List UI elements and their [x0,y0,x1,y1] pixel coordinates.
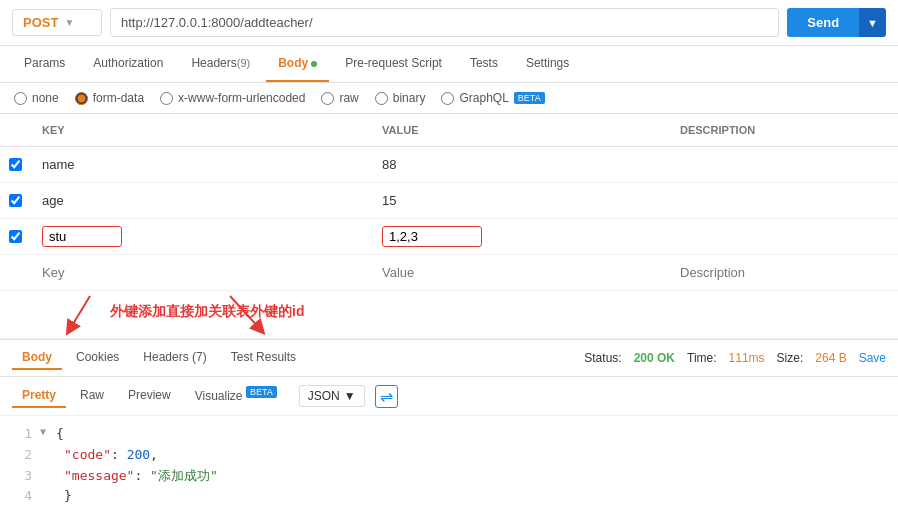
main-tabs: Params Authorization Headers(9) Body Pre… [0,46,898,83]
visualize-beta: BETA [246,386,277,398]
resp-tab-pretty[interactable]: Pretty [12,384,66,408]
radio-binary[interactable]: binary [375,91,426,105]
status-label: Status: [584,351,621,365]
row2-action [868,195,898,207]
row2-value: 15 [370,187,668,214]
send-button[interactable]: Send [787,8,859,37]
radio-graphql[interactable]: GraphQLBETA [441,91,544,105]
new-key-row [0,255,898,291]
response-toolbar: Pretty Raw Preview Visualize BETA JSON ▼… [0,377,898,416]
table-header: KEY VALUE DESCRIPTION [0,114,898,147]
collapse-1[interactable]: ▼ [40,424,46,445]
status-code: 200 OK [634,351,675,365]
row3-checkbox[interactable] [9,230,22,243]
resp-tab-visualize[interactable]: Visualize BETA [185,383,287,409]
col-check [0,120,30,140]
row1-checkbox[interactable] [9,158,22,171]
new-row-value [370,259,668,286]
method-select[interactable]: POST ▼ [12,9,102,36]
row3-action [868,231,898,243]
col-actions [868,120,898,140]
tab-tests[interactable]: Tests [458,46,510,82]
row2-desc [668,195,868,207]
line-content-2: "code": 200, [64,445,158,466]
method-chevron-icon: ▼ [64,17,74,28]
status-info: Status: 200 OK Time: 111ms Size: 264 B S… [584,351,886,365]
tab-authorization[interactable]: Authorization [81,46,175,82]
line-num-4: 4 [12,486,32,507]
tab-params[interactable]: Params [12,46,77,82]
body-dot [311,61,317,67]
tab-settings[interactable]: Settings [514,46,581,82]
radio-none[interactable]: none [14,91,59,105]
row3-desc [668,231,868,243]
table-row: age 15 [0,183,898,219]
send-chevron-button[interactable]: ▼ [859,8,886,37]
line-content-4: } [64,486,72,507]
new-row-key [30,259,370,286]
new-row-action [868,267,898,279]
tab-body[interactable]: Body [266,46,329,82]
response-viewer: Pretty Raw Preview Visualize BETA JSON ▼… [0,377,898,508]
code-line-3: 3 "message": "添加成功" [12,466,886,487]
time-value: 111ms [729,351,765,365]
bottom-tab-cookies[interactable]: Cookies [66,346,129,370]
radio-raw[interactable]: raw [321,91,358,105]
line-num-1: 1 [12,424,32,445]
row1-check-cell [0,152,30,177]
col-key: KEY [30,120,370,140]
save-link[interactable]: Save [859,351,886,365]
row1-action [868,159,898,171]
new-row-desc [668,259,868,286]
col-value: VALUE [370,120,668,140]
table-row [0,219,898,255]
row3-value-input[interactable] [382,226,482,247]
row1-value: 88 [370,151,668,178]
params-table: KEY VALUE DESCRIPTION name 88 age 15 [0,114,898,339]
row1-key: name [30,151,370,178]
send-button-group: Send ▼ [787,8,886,37]
row2-checkbox[interactable] [9,194,22,207]
body-type-row: none form-data x-www-form-urlencoded raw… [0,83,898,114]
new-key-input[interactable] [42,265,358,280]
response-code: 1 ▼ { 2 "code": 200, 3 "message": "添加成功"… [0,416,898,508]
annotation-area: 外键添加直接加关联表外键的id [0,291,898,339]
new-row-check [0,267,30,279]
size-label: Size: [777,351,804,365]
url-input[interactable] [110,8,779,37]
tab-headers[interactable]: Headers(9) [179,46,262,82]
resp-tab-preview[interactable]: Preview [118,384,181,408]
size-value: 264 B [815,351,846,365]
row3-value [370,220,668,253]
col-description: DESCRIPTION [668,120,868,140]
method-label: POST [23,15,58,30]
row1-desc [668,159,868,171]
resp-tab-raw[interactable]: Raw [70,384,114,408]
line-num-2: 2 [12,445,32,466]
row3-key [30,220,370,253]
code-line-2: 2 "code": 200, [12,445,886,466]
line-num-3: 3 [12,466,32,487]
bottom-tab-test-results[interactable]: Test Results [221,346,306,370]
top-bar: POST ▼ Send ▼ [0,0,898,46]
new-value-input[interactable] [382,265,656,280]
bottom-tab-headers[interactable]: Headers (7) [133,346,216,370]
bottom-tab-body[interactable]: Body [12,346,62,370]
row2-key: age [30,187,370,214]
row2-check-cell [0,188,30,213]
code-line-4: 4 } [12,486,886,507]
radio-form-data[interactable]: form-data [75,91,144,105]
code-line-1: 1 ▼ { [12,424,886,445]
new-desc-input[interactable] [680,265,856,280]
radio-urlencoded[interactable]: x-www-form-urlencoded [160,91,305,105]
bottom-tabs: Body Cookies Headers (7) Test Results St… [0,339,898,377]
annotation-text: 外键添加直接加关联表外键的id [110,303,304,321]
line-content-3: "message": "添加成功" [64,466,218,487]
format-chevron-icon: ▼ [344,389,356,403]
row3-key-input[interactable] [42,226,122,247]
format-select[interactable]: JSON ▼ [299,385,365,407]
tab-pre-request[interactable]: Pre-request Script [333,46,454,82]
row3-check-cell [0,224,30,249]
wrap-icon[interactable]: ⇌ [375,385,398,408]
time-label: Time: [687,351,717,365]
